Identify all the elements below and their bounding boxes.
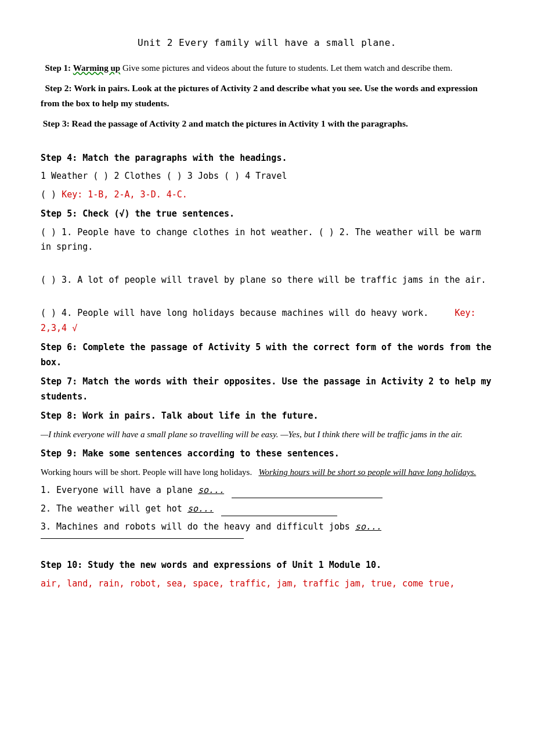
step10-section: Step 10: Study the new words and express… [41, 558, 493, 591]
step9-heading: Step 9: Make some sentences according to… [41, 448, 340, 459]
step5-label: Step 5: Check (√) the true sentences. [41, 207, 493, 222]
step3-section: Step 3: Read the passage of Activity 2 a… [41, 116, 493, 132]
step9-section: Step 9: Make some sentences according to… [41, 447, 493, 539]
step9-1-blank [232, 498, 383, 498]
step4-label: Step 4: Match the paragraphs with the he… [41, 151, 493, 166]
step8-section: Step 8: Work in pairs. Talk about life i… [41, 409, 493, 442]
step5-s1: ( ) 1. People have to change clothes in … [41, 225, 493, 255]
step4-key: Key: 1-B, 2-A, 3-D. 4-C. [62, 189, 187, 200]
step1-warming-up: Warming up [73, 63, 120, 73]
step1-section: Step 1: Warming up Give some pictures an… [41, 61, 493, 76]
step9-2-so: so... [187, 503, 214, 514]
page-title: Unit 2 Every family will have a small pl… [41, 35, 493, 51]
step10-heading: Step 10: Study the new words and express… [41, 560, 381, 570]
step1-label: Step 1: [45, 63, 71, 73]
step9-3-blank [41, 538, 244, 539]
step1-paragraph: Step 1: Warming up Give some pictures an… [41, 61, 493, 76]
step9-item1: 1. Everyone will have a plane so... [41, 483, 493, 498]
step7-heading: Step 7: Match the words with their oppos… [41, 376, 492, 402]
step9-label: Step 9: Make some sentences according to… [41, 447, 493, 462]
step9-1-so: so... [198, 485, 224, 495]
step5-s4-line: ( ) 4. People will have long holidays be… [41, 306, 493, 336]
step6-section: Step 6: Complete the passage of Activity… [41, 340, 493, 370]
step5-s3: ( ) 3. A lot of people will travel by pl… [41, 273, 493, 288]
step4-heading-label: Step 4: Match the paragraphs with the he… [41, 153, 287, 163]
step1-text: Give some pictures and videos about the … [122, 63, 453, 73]
step5-heading: Step 5: Check (√) the true sentences. [41, 208, 234, 219]
step7-label: Step 7: Match the words with their oppos… [41, 375, 493, 404]
step9-item2: 2. The weather will get hot so... [41, 502, 493, 517]
step8-label: Step 8: Work in pairs. Talk about life i… [41, 409, 493, 424]
step8-dialogue: —I think everyone will have a small plan… [41, 427, 493, 442]
step6-heading: Step 6: Complete the passage of Activity… [41, 342, 492, 368]
step4-items: 1 Weather ( ) 2 Clothes ( ) 3 Jobs ( ) 4… [41, 169, 493, 184]
step2-section: Step 2: Work in pairs. Look at the pictu… [41, 81, 493, 111]
step9-example: Working hours will be short. People will… [41, 467, 252, 477]
step7-section: Step 7: Match the words with their oppos… [41, 375, 493, 404]
step2-text: Work in pairs. Look at the pictures of A… [41, 83, 478, 109]
step2-label: Step 2: [45, 83, 72, 93]
step8-heading: Step 8: Work in pairs. Talk about life i… [41, 411, 319, 421]
step2-paragraph: Step 2: Work in pairs. Look at the pictu… [41, 81, 493, 111]
step3-text: Read the passage of Activity 2 and match… [72, 118, 408, 128]
step9-3-so: so... [355, 521, 381, 532]
step6-label: Step 6: Complete the passage of Activity… [41, 340, 493, 370]
step3-label: Step 3: [43, 118, 70, 128]
step4-travel-key: ( ) Key: 1-B, 2-A, 3-D. 4-C. [41, 188, 493, 203]
step3-paragraph: Step 3: Read the passage of Activity 2 a… [41, 116, 493, 132]
step10-words: air, land, rain, robot, sea, space, traf… [41, 577, 493, 592]
step9-2-blank [221, 516, 337, 516]
step9-example-answer: Working hours will be short so people wi… [258, 467, 476, 477]
step9-example-line: Working hours will be short. People will… [41, 465, 493, 480]
step5-section: Step 5: Check (√) the true sentences. ( … [41, 207, 493, 336]
step10-label: Step 10: Study the new words and express… [41, 558, 493, 573]
step9-item3-line1: 3. Machines and robots will do the heavy… [41, 520, 493, 535]
step4-section: Step 4: Match the paragraphs with the he… [41, 151, 493, 203]
